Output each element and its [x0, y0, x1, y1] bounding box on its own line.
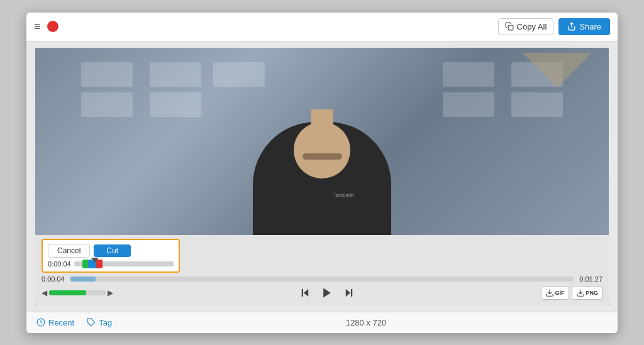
recent-icon [36, 318, 45, 327]
app-window: ≡ Copy All Share [26, 13, 618, 333]
wall-panel [511, 92, 563, 117]
shirt-logo: TechSmith [333, 193, 354, 197]
wall-panel [150, 62, 201, 87]
toolbar: ≡ Copy All Share [26, 13, 618, 41]
gif-label: GIF [555, 290, 565, 296]
svg-rect-3 [302, 289, 303, 297]
cut-buttons: Cancel Cut [48, 244, 174, 258]
main-progress-track[interactable] [70, 277, 574, 282]
tag-label: Tag [99, 318, 112, 327]
person-head [294, 122, 350, 178]
skip-back-button[interactable] [296, 286, 314, 300]
play-button[interactable] [317, 285, 337, 300]
copy-all-button[interactable]: Copy All [498, 18, 554, 35]
cut-playhead-arrow [91, 258, 99, 263]
dimensions-display: 1280 x 720 [125, 318, 608, 327]
skip-forward-icon [343, 287, 355, 298]
cut-panel: Cancel Cut 0:00:04 [42, 239, 180, 273]
svg-rect-6 [351, 289, 352, 297]
bottom-bar: Recent Tag 1280 x 720 [26, 312, 618, 333]
wall-panel [443, 62, 494, 87]
video-background: TechSmith [35, 48, 609, 235]
triangle-decoration [523, 53, 592, 87]
tag-item[interactable]: Tag [87, 318, 112, 327]
main-timeline-row: 0:00:04 0:01:27 [42, 275, 602, 283]
video-container: TechSmith Cancel Cut 0:00:04 [35, 48, 609, 305]
dimensions-label: 1280 x 720 [346, 318, 386, 327]
recent-item[interactable]: Recent [36, 318, 74, 327]
export-gif-button[interactable]: GIF [541, 286, 569, 300]
tag-icon [87, 318, 96, 327]
glasses [303, 153, 342, 160]
total-time-label: 0:01:27 [577, 275, 602, 283]
svg-rect-0 [508, 25, 513, 30]
volume-right-icon[interactable]: ▶ [108, 288, 113, 297]
toolbar-left: ≡ [34, 20, 58, 33]
playback-controls: ◀ ▶ [42, 285, 602, 300]
share-button[interactable]: Share [558, 18, 610, 35]
wall-panel [443, 92, 494, 117]
cut-timeline: 0:00:04 [48, 260, 174, 268]
wall-panel [81, 62, 133, 87]
cancel-button[interactable]: Cancel [48, 244, 90, 258]
share-label: Share [579, 22, 601, 31]
cut-time-display: 0:00:04 [48, 260, 72, 268]
play-icon [321, 287, 333, 299]
volume-fill [49, 290, 86, 295]
wall-panel [81, 92, 133, 117]
download-png-icon [576, 288, 585, 297]
volume-track: ◀ ▶ [42, 288, 113, 297]
current-time-label: 0:00:04 [42, 275, 67, 283]
toolbar-right: Copy All Share [498, 18, 610, 35]
record-dot[interactable] [47, 21, 58, 32]
video-controls: Cancel Cut 0:00:04 [35, 235, 609, 305]
download-gif-icon [545, 288, 554, 297]
recent-label: Recent [48, 318, 74, 327]
skip-back-icon [299, 287, 311, 298]
wall-panel [213, 62, 265, 87]
copy-icon [505, 22, 514, 31]
skip-forward-button[interactable] [340, 286, 358, 300]
svg-marker-4 [323, 288, 331, 297]
main-content: TechSmith Cancel Cut 0:00:04 [26, 41, 618, 312]
cut-button[interactable]: Cut [94, 244, 131, 257]
hamburger-icon[interactable]: ≡ [34, 20, 41, 33]
volume-left-icon[interactable]: ◀ [42, 288, 47, 297]
svg-marker-5 [346, 289, 351, 297]
volume-bar[interactable] [49, 290, 106, 295]
svg-marker-2 [304, 289, 309, 297]
share-icon [567, 22, 576, 31]
cut-track[interactable] [74, 261, 174, 266]
png-label: PNG [586, 290, 599, 296]
video-frame: TechSmith [35, 48, 609, 235]
progress-fill [70, 277, 96, 282]
copy-all-label: Copy All [517, 22, 547, 31]
wall-panel [150, 92, 201, 117]
export-png-button[interactable]: PNG [572, 286, 603, 300]
